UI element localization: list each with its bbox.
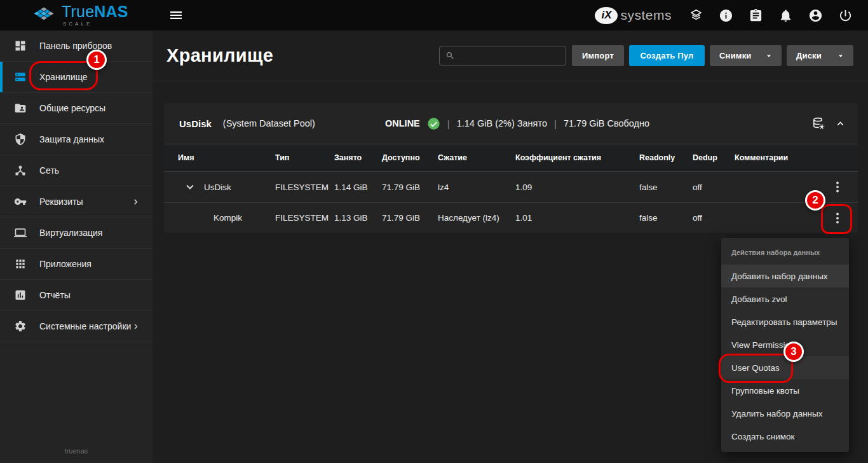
- sidebar-item-label: Отчёты: [39, 290, 71, 300]
- pool-header[interactable]: UsDisk (System Dataset Pool) ONLINE | 1.…: [164, 103, 858, 144]
- search-input[interactable]: [455, 51, 566, 60]
- info-icon[interactable]: [719, 8, 733, 23]
- menu-item-group-quotas[interactable]: Групповые квоты: [721, 379, 849, 402]
- sidebar-item-reports[interactable]: Отчёты: [0, 280, 153, 311]
- cell-readonly: false: [639, 183, 693, 192]
- sidebar-item-dashboard[interactable]: Панель приборов: [0, 31, 153, 62]
- topbar-icon-buttons: [689, 8, 868, 23]
- dashboard-icon: [14, 39, 27, 52]
- sidebar-item-label: Виртуализация: [39, 228, 102, 238]
- page-header: Хранилище ИмпортСоздать ПулСнимкиДиски: [153, 31, 868, 81]
- sidebar-item-system-settings[interactable]: Системные настройки: [0, 311, 153, 342]
- menu-item-edit-options[interactable]: Редактировать параметры: [721, 310, 849, 333]
- sidebar-item-storage[interactable]: Хранилище: [0, 62, 153, 93]
- column-header: Доступно: [382, 153, 438, 162]
- import-button[interactable]: Импорт: [572, 45, 624, 66]
- pool-name: UsDisk: [179, 118, 212, 129]
- sidebar-item-credentials[interactable]: Реквизиты: [0, 186, 153, 218]
- button-label: Создать Пул: [641, 51, 694, 60]
- truenas-logo-icon: [31, 6, 57, 25]
- table-body: UsDiskFILESYSTEM1.14 GiB71.79 GiBlz41.09…: [164, 172, 858, 233]
- sidebar-item-shares[interactable]: Общие ресурсы: [0, 93, 153, 124]
- shield-icon: [14, 133, 27, 146]
- folder-shared-icon: [14, 102, 27, 114]
- chevron-right-icon: [130, 197, 141, 207]
- create-pool-button[interactable]: Создать Пул: [629, 45, 705, 66]
- pool-status-group: ONLINE | 1.14 GiB (2%) Занято | 71.79 Gi…: [385, 103, 649, 144]
- cell-compression: lz4: [438, 183, 515, 192]
- expand-row-icon[interactable]: [183, 180, 197, 194]
- separator: |: [554, 118, 557, 129]
- apps-icon: [14, 258, 27, 270]
- dataset-actions-button[interactable]: [830, 211, 845, 226]
- status-ok-icon: [427, 117, 440, 130]
- sidebar-item-label: Общие ресурсы: [39, 103, 105, 113]
- truenas-app: TrueNAS SCALE iX systems Панель приборов…: [0, 0, 868, 463]
- menu-item-add-zvol[interactable]: Добавить zvol: [721, 287, 849, 310]
- dataset-actions-button[interactable]: [830, 179, 845, 195]
- menu-items: Добавить набор данныхДобавить zvolРедакт…: [721, 265, 849, 448]
- sidebar-item-virtualization[interactable]: Виртуализация: [0, 218, 153, 249]
- table-header-row: ИмяТипЗанятоДоступноСжатиеКоэффициент сж…: [164, 144, 858, 172]
- hamburger-icon: [168, 8, 184, 23]
- storage-icon: [14, 71, 27, 83]
- sidebar-item-label: Системные настройки: [39, 321, 131, 331]
- cell-used: 1.13 GiB: [334, 213, 382, 223]
- cell-name: Kompik: [178, 213, 275, 223]
- pool-status: ONLINE: [385, 118, 420, 128]
- column-header: Сжатие: [438, 153, 515, 162]
- column-header: Тип: [275, 153, 334, 162]
- cell-ratio: 1.01: [515, 213, 639, 223]
- brand-title-bold: NAS: [94, 4, 128, 20]
- menu-item-view-permissions[interactable]: View Permissions: [721, 333, 849, 356]
- truenas-mark-icon[interactable]: [689, 8, 703, 23]
- header-buttons: ИмпортСоздать ПулСнимкиДиски: [572, 45, 853, 66]
- sidebar-item-apps[interactable]: Приложения: [0, 249, 153, 280]
- tasks-icon[interactable]: [749, 8, 763, 23]
- brand-subtitle: SCALE: [62, 22, 128, 27]
- account-icon[interactable]: [808, 8, 823, 23]
- notifications-icon[interactable]: [778, 8, 793, 23]
- sidebar-item-label: Реквизиты: [39, 197, 83, 207]
- caret-down-icon: [837, 53, 844, 59]
- cell-ratio: 1.09: [515, 183, 639, 192]
- pool-free: 71.79 GiB Свободно: [564, 118, 649, 128]
- pool-actions: [811, 116, 846, 131]
- menu-toggle-button[interactable]: [168, 8, 184, 23]
- button-label: Снимки: [719, 51, 752, 60]
- truenas-logo: TrueNAS SCALE: [0, 0, 153, 31]
- menu-item-add-dataset[interactable]: Добавить набор данных: [721, 265, 849, 287]
- sidebar-item-label: Хранилище: [39, 72, 88, 82]
- menu-item-user-quotas[interactable]: User Quotas: [721, 356, 849, 379]
- column-header: Занято: [334, 153, 382, 162]
- sidebar-item-label: Защита данных: [39, 134, 104, 144]
- caret-down-icon: [766, 53, 772, 59]
- search-box: [439, 46, 566, 66]
- cell-dedup: off: [693, 213, 735, 223]
- sidebar-item-network[interactable]: Сеть: [0, 155, 153, 186]
- dataset-row-kompik[interactable]: KompikFILESYSTEM1.13 GiB71.79 GiBНаследу…: [164, 202, 858, 233]
- snapshots-button[interactable]: Снимки: [710, 45, 782, 66]
- pool-settings-icon[interactable]: [811, 116, 826, 131]
- menu-item-create-snapshot[interactable]: Создать снимок: [721, 425, 849, 448]
- sidebar-item-data-protection[interactable]: Защита данных: [0, 124, 153, 155]
- collapse-pool-icon[interactable]: [834, 118, 846, 130]
- page-title: Хранилище: [166, 45, 273, 66]
- network-icon: [14, 164, 27, 177]
- pool-suffix: (System Dataset Pool): [223, 118, 315, 128]
- dataset-name: UsDisk: [204, 183, 231, 192]
- column-header: Имя: [178, 153, 275, 162]
- cell-available: 71.79 GiB: [382, 183, 438, 192]
- disks-button[interactable]: Диски: [787, 45, 853, 66]
- search-icon: [445, 51, 455, 60]
- dataset-actions-menu: Действия набора данных Добавить набор да…: [721, 238, 849, 452]
- power-icon[interactable]: [838, 8, 853, 23]
- cell-available: 71.79 GiB: [382, 213, 438, 223]
- dataset-row-usdisk[interactable]: UsDiskFILESYSTEM1.14 GiB71.79 GiBlz41.09…: [164, 172, 858, 202]
- key-icon: [14, 195, 27, 208]
- chevron-right-icon: [131, 321, 141, 332]
- column-header: Коэффициент сжатия: [515, 153, 639, 162]
- cell-readonly: false: [639, 213, 693, 223]
- menu-item-delete-dataset[interactable]: Удалить набор данных: [721, 402, 849, 425]
- button-label: Импорт: [582, 51, 614, 60]
